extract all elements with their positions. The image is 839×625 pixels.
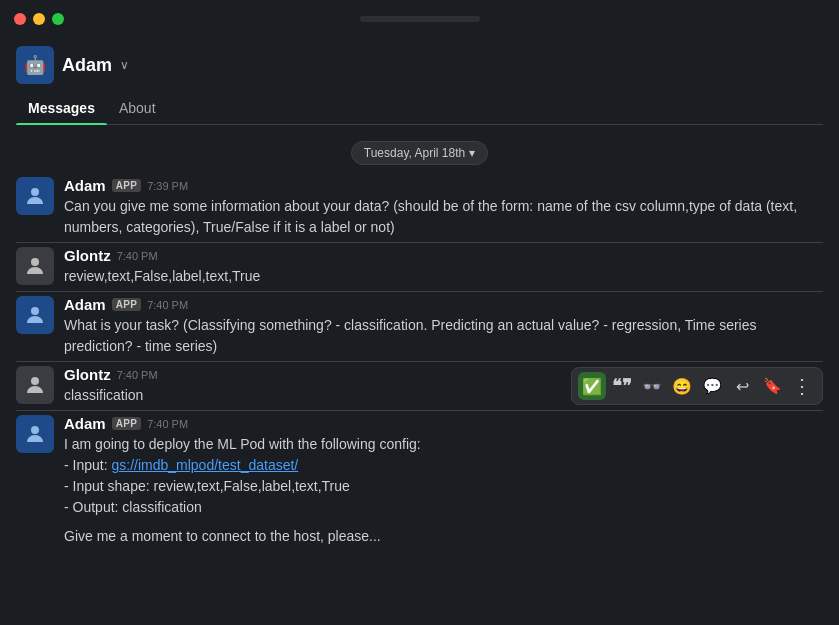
traffic-lights	[14, 13, 64, 25]
sender-name: Glontz	[64, 247, 111, 264]
svg-point-1	[31, 258, 39, 266]
avatar	[16, 247, 54, 285]
avatar	[16, 296, 54, 334]
header: 🤖 Adam ∨ Messages About	[0, 38, 839, 125]
message-link[interactable]: gs://imdb_mlpod/test_dataset/	[111, 457, 298, 473]
title-bar	[0, 0, 839, 38]
message-text: review,text,False,label,text,True	[64, 266, 823, 287]
sender-name: Adam	[64, 415, 106, 432]
channel-icon: 🤖	[16, 46, 54, 84]
reaction-more-button[interactable]: ⋮	[788, 372, 816, 400]
avatar	[16, 415, 54, 453]
messages-area[interactable]: Tuesday, April 18th ▾ Adam APP 7:39 PM C…	[0, 125, 839, 625]
date-badge-label: Tuesday, April 18th	[364, 146, 465, 160]
tabs-bar: Messages About	[16, 92, 823, 125]
message-text: What is your task? (Classifying somethin…	[64, 315, 823, 357]
message-group: Adam APP 7:40 PM I am going to deploy th…	[0, 411, 839, 522]
reaction-bookmark-button[interactable]: 🔖	[758, 372, 786, 400]
sender-name: Glontz	[64, 366, 111, 383]
message-content: Give me a moment to connect to the host,…	[64, 526, 823, 547]
channel-chevron-icon: ∨	[120, 58, 129, 72]
title-bar-label	[360, 16, 480, 22]
message-group: Adam APP 7:40 PM What is your task? (Cla…	[0, 292, 839, 361]
app-badge: APP	[112, 179, 141, 192]
message-group: Adam APP 7:39 PM Can you give me some in…	[0, 173, 839, 242]
svg-point-3	[31, 377, 39, 385]
app-badge: APP	[112, 417, 141, 430]
message-group: Give me a moment to connect to the host,…	[0, 522, 839, 551]
sender-name: Adam	[64, 177, 106, 194]
svg-point-0	[31, 188, 39, 196]
message-meta: Glontz 7:40 PM	[64, 247, 823, 264]
message-content: Adam APP 7:39 PM Can you give me some in…	[64, 177, 823, 238]
close-button[interactable]	[14, 13, 26, 25]
message-content: Adam APP 7:40 PM I am going to deploy th…	[64, 415, 823, 518]
message-text-after-link: - Input shape: review,text,False,label,t…	[64, 478, 350, 515]
timestamp: 7:40 PM	[147, 299, 188, 311]
reaction-quote-button[interactable]: ❝❞	[608, 372, 636, 400]
tab-messages[interactable]: Messages	[16, 92, 107, 124]
reaction-glasses-button[interactable]: 👓	[638, 372, 666, 400]
avatar	[16, 177, 54, 215]
message-meta: Adam APP 7:40 PM	[64, 296, 823, 313]
date-badge-chevron-icon: ▾	[469, 146, 475, 160]
svg-point-2	[31, 307, 39, 315]
svg-point-4	[31, 426, 39, 434]
message-text: Can you give me some information about y…	[64, 196, 823, 238]
message-text: Give me a moment to connect to the host,…	[64, 526, 823, 547]
sender-name: Adam	[64, 296, 106, 313]
message-content: Adam APP 7:40 PM What is your task? (Cla…	[64, 296, 823, 357]
message-meta: Glontz 7:40 PM	[64, 366, 579, 383]
channel-icon-emoji: 🤖	[24, 54, 46, 76]
channel-title: Adam	[62, 55, 112, 76]
reaction-reply-button[interactable]: ↩	[728, 372, 756, 400]
minimize-button[interactable]	[33, 13, 45, 25]
message-group: Glontz 7:40 PM classification ✅ ❝❞ 👓 😄 💬…	[0, 362, 839, 410]
timestamp: 7:40 PM	[117, 250, 158, 262]
reaction-bar: ✅ ❝❞ 👓 😄 💬 ↩ 🔖 ⋮	[571, 367, 823, 405]
maximize-button[interactable]	[52, 13, 64, 25]
message-text: classification	[64, 385, 579, 406]
timestamp: 7:39 PM	[147, 180, 188, 192]
channel-name-row[interactable]: 🤖 Adam ∨	[16, 46, 823, 92]
reaction-check-button[interactable]: ✅	[578, 372, 606, 400]
tab-about[interactable]: About	[107, 92, 168, 124]
message-meta: Adam APP 7:39 PM	[64, 177, 823, 194]
reaction-emoji-button[interactable]: 😄	[668, 372, 696, 400]
timestamp: 7:40 PM	[117, 369, 158, 381]
avatar	[16, 366, 54, 404]
message-content: Glontz 7:40 PM classification	[64, 366, 579, 406]
date-divider: Tuesday, April 18th ▾	[0, 141, 839, 165]
message-content: Glontz 7:40 PM review,text,False,label,t…	[64, 247, 823, 287]
reaction-chat-button[interactable]: 💬	[698, 372, 726, 400]
message-text: I am going to deploy the ML Pod with the…	[64, 434, 823, 518]
timestamp: 7:40 PM	[147, 418, 188, 430]
app-badge: APP	[112, 298, 141, 311]
message-group: Glontz 7:40 PM review,text,False,label,t…	[0, 243, 839, 291]
date-badge[interactable]: Tuesday, April 18th ▾	[351, 141, 488, 165]
message-meta: Adam APP 7:40 PM	[64, 415, 823, 432]
